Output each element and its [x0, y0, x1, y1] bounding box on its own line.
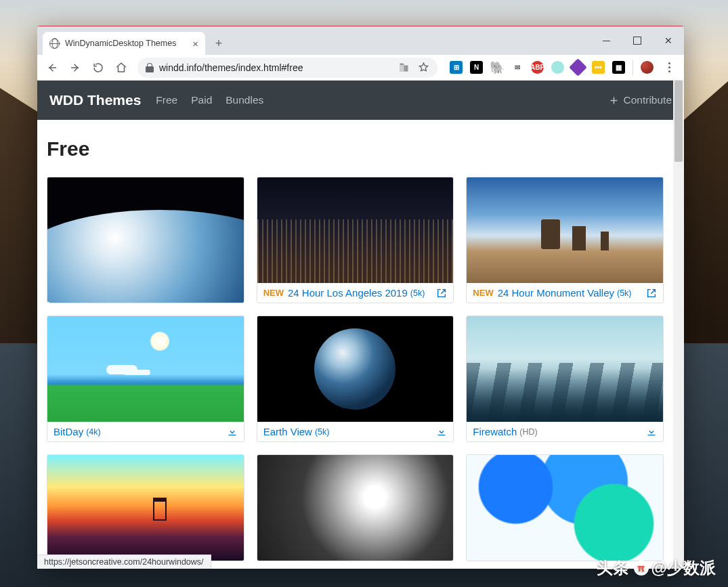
theme-card[interactable]: [466, 454, 664, 561]
window-maximize-button[interactable]: [622, 26, 653, 55]
extension-evernote-icon[interactable]: 🐘: [490, 61, 503, 74]
bookmark-star-icon[interactable]: [418, 62, 429, 73]
theme-thumbnail[interactable]: [257, 455, 454, 561]
extension-yellow-icon[interactable]: •••: [592, 61, 605, 74]
theme-thumbnail[interactable]: [257, 177, 454, 283]
new-badge: NEW: [263, 288, 284, 298]
profile-avatar-icon[interactable]: [641, 61, 654, 74]
url-text: windd.info/themes/index.html#free: [159, 62, 303, 73]
theme-thumbnail[interactable]: [47, 177, 244, 283]
theme-thumbnail[interactable]: [467, 455, 663, 561]
tab-strip: WinDynamicDesktop Themes × +: [37, 26, 684, 55]
theme-thumbnail[interactable]: [467, 316, 663, 422]
theme-resolution: (5k): [315, 427, 330, 437]
page-heading: Free: [47, 137, 664, 160]
page-content: WDD Themes Free Paid Bundles Contribute …: [37, 81, 684, 569]
omnibox-actions: [398, 62, 429, 73]
extension-purple-icon[interactable]: [569, 58, 587, 77]
theme-caption: Firewatch (HD): [467, 422, 663, 441]
new-tab-button[interactable]: +: [209, 34, 228, 53]
download-icon[interactable]: [646, 427, 657, 437]
nav-contribute[interactable]: Contribute: [609, 94, 672, 106]
nav-free[interactable]: Free: [156, 94, 177, 106]
extension-qr-icon[interactable]: ▦: [612, 61, 625, 74]
theme-card[interactable]: Firewatch (HD): [466, 316, 664, 442]
theme-card[interactable]: [47, 454, 244, 561]
theme-card[interactable]: 24 Hour Earth from ISS (5k): [47, 177, 244, 303]
extension-trello-icon[interactable]: ⊞: [450, 61, 463, 74]
status-bar: https://jetsoncreative.com/24hourwindows…: [37, 555, 211, 569]
theme-grid: 24 Hour Earth from ISS (5k)NEW24 Hour Lo…: [47, 177, 664, 561]
browser-menu-button[interactable]: [661, 62, 677, 72]
theme-resolution: (5k): [617, 288, 632, 298]
plus-icon: [609, 95, 619, 106]
home-button[interactable]: [110, 57, 132, 79]
download-icon[interactable]: [227, 427, 238, 437]
page-viewport: WDD Themes Free Paid Bundles Contribute …: [37, 81, 684, 569]
external-link-icon[interactable]: [646, 288, 657, 299]
theme-title-link[interactable]: Earth View: [263, 426, 312, 437]
theme-thumbnail[interactable]: [47, 316, 244, 422]
tab-title: WinDynamicDesktop Themes: [65, 39, 176, 48]
arrow-right-icon: [69, 62, 81, 74]
theme-title-link[interactable]: 24 Hour Los Angeles 2019: [288, 287, 408, 299]
theme-caption: NEW24 Hour Los Angeles 2019 (5k): [257, 283, 454, 303]
extension-teal-icon[interactable]: [551, 61, 564, 74]
theme-resolution: (5k): [410, 288, 425, 298]
theme-resolution: (4k): [86, 427, 101, 437]
address-bar[interactable]: windd.info/themes/index.html#free: [137, 58, 437, 78]
page-body: Free 24 Hour Earth from ISS (5k)NEW24 Ho…: [37, 120, 673, 561]
browser-toolbar: windd.info/themes/index.html#free ⊞ N 🐘 …: [37, 55, 684, 81]
window-close-button[interactable]: [653, 26, 684, 55]
translate-icon[interactable]: [398, 62, 410, 73]
theme-thumbnail[interactable]: [47, 455, 244, 561]
back-button[interactable]: [41, 57, 63, 79]
theme-card[interactable]: Earth View (5k): [257, 316, 454, 442]
extensions-row: ⊞ N 🐘 ✉ ABP ••• ▦: [443, 60, 680, 75]
scrollbar-thumb[interactable]: [675, 81, 683, 162]
arrow-left-icon: [46, 62, 58, 74]
watermark-prefix: 头条: [597, 559, 629, 577]
window-minimize-button[interactable]: [591, 26, 622, 55]
theme-card[interactable]: NEW24 Hour Los Angeles 2019 (5k): [257, 177, 454, 303]
theme-thumbnail[interactable]: [257, 316, 454, 422]
window-controls: [591, 26, 684, 55]
extension-notion-icon[interactable]: N: [470, 61, 483, 74]
new-badge: NEW: [473, 288, 493, 298]
globe-icon: [49, 39, 60, 49]
extension-mail-icon[interactable]: ✉: [511, 61, 523, 74]
theme-card[interactable]: BitDay (4k): [47, 316, 244, 442]
reload-icon: [92, 62, 104, 74]
theme-caption: NEW24 Hour Monument Valley (5k): [467, 283, 663, 303]
browser-tab[interactable]: WinDynamicDesktop Themes ×: [43, 32, 205, 55]
theme-title-link[interactable]: 24 Hour Monument Valley: [498, 287, 614, 299]
theme-caption: BitDay (4k): [47, 422, 244, 441]
site-brand[interactable]: WDD Themes: [49, 92, 141, 108]
nav-paid[interactable]: Paid: [191, 94, 212, 106]
theme-title-link[interactable]: BitDay: [53, 426, 83, 437]
vertical-scrollbar[interactable]: [673, 81, 684, 569]
reload-button[interactable]: [87, 57, 109, 79]
download-icon[interactable]: [436, 427, 447, 437]
theme-card[interactable]: [257, 454, 454, 561]
watermark-at: @: [651, 559, 667, 577]
close-tab-icon[interactable]: ×: [192, 38, 198, 49]
watermark-icon: π: [634, 561, 649, 575]
forward-button[interactable]: [64, 57, 86, 79]
external-link-icon[interactable]: [436, 288, 447, 299]
site-navbar: WDD Themes Free Paid Bundles Contribute: [37, 81, 684, 120]
nav-bundles[interactable]: Bundles: [226, 94, 263, 106]
desktop-background: WinDynamicDesktop Themes × +: [0, 0, 728, 587]
theme-card[interactable]: NEW24 Hour Monument Valley (5k): [466, 177, 664, 303]
lock-icon: [146, 63, 154, 72]
extension-abp-icon[interactable]: ABP: [531, 61, 544, 74]
theme-thumbnail[interactable]: [467, 177, 663, 283]
nav-contribute-label: Contribute: [623, 94, 672, 106]
theme-resolution: (HD): [519, 427, 537, 437]
theme-caption: Earth View (5k): [257, 422, 454, 441]
watermark-name: 少数派: [667, 559, 716, 577]
watermark: 头条 π@少数派: [597, 557, 716, 579]
browser-window: WinDynamicDesktop Themes × +: [37, 26, 684, 569]
toolbar-divider: [633, 60, 633, 75]
theme-title-link[interactable]: Firewatch: [473, 426, 517, 437]
